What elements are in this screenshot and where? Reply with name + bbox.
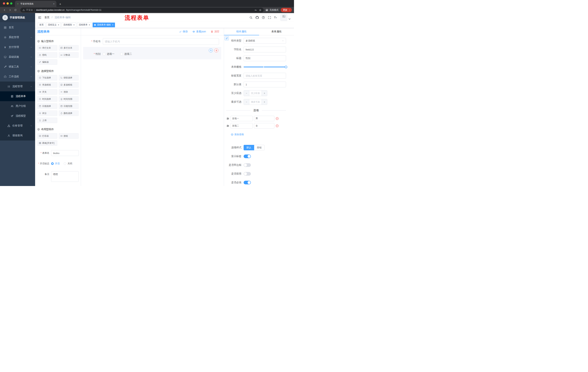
tag-process-form-edit[interactable]: 流程表单-编辑 ×: [93, 22, 115, 27]
sidebar-item-workflow[interactable]: 工作流程: [0, 72, 35, 82]
palette-component-item[interactable]: 行容器: [37, 133, 57, 139]
slider-handle[interactable]: [285, 66, 287, 68]
field-name-input[interactable]: [244, 47, 286, 53]
close-icon[interactable]: ×: [58, 24, 59, 26]
status-radio-on[interactable]: 开启: [51, 162, 60, 165]
option-value-input[interactable]: [254, 123, 274, 128]
window-minimize-button[interactable]: [7, 2, 9, 5]
required-switch[interactable]: [244, 181, 251, 184]
canvas-field-gender-selected[interactable]: 性别 选项一 选项二: [83, 47, 221, 59]
canvas-field-phone[interactable]: 手机号: [83, 38, 221, 45]
tag-home[interactable]: 首页: [38, 22, 45, 27]
default-value-input[interactable]: [244, 82, 286, 87]
palette-component-item[interactable]: 单选框组: [37, 82, 57, 87]
drag-handle-icon[interactable]: [227, 125, 229, 127]
window-zoom-button[interactable]: [10, 2, 12, 5]
palette-component-item[interactable]: 级联选择: [59, 75, 79, 80]
component-type-select[interactable]: 多选框组: [244, 38, 286, 44]
hamburger-icon[interactable]: [38, 16, 42, 19]
address-bar[interactable]: 不安全 | dashboard.yudao.iocoder.cn/bpm/man…: [20, 8, 264, 12]
option-label-input[interactable]: [231, 123, 253, 128]
breadcrumb-home[interactable]: 首页: [44, 16, 50, 19]
search-icon[interactable]: [249, 16, 252, 19]
max-select-input[interactable]: [249, 99, 262, 105]
sidebar-item-home[interactable]: 首页: [0, 22, 35, 32]
sidebar-item-process-model[interactable]: 流程模型: [0, 111, 35, 121]
save-button[interactable]: 保存: [179, 30, 188, 33]
close-icon[interactable]: ×: [89, 24, 90, 26]
tag-process-model[interactable]: 流程模型 ×: [62, 22, 76, 27]
font-size-icon[interactable]: TT: [274, 16, 277, 19]
help-icon[interactable]: [262, 16, 265, 19]
window-close-button[interactable]: [3, 2, 5, 5]
palette-component-item[interactable]: 时间选择: [37, 96, 57, 102]
gender-option-1-checkbox[interactable]: 选项一: [103, 53, 115, 56]
style-default-button[interactable]: 默认: [244, 145, 254, 150]
sidebar-item-task-mgmt[interactable]: 任务管理: [0, 121, 35, 131]
update-button[interactable]: 更新: [281, 8, 292, 12]
palette-component-item[interactable]: 时间范围: [59, 96, 79, 102]
user-avatar[interactable]: [280, 14, 291, 21]
disabled-switch[interactable]: [244, 172, 251, 176]
title-input[interactable]: [244, 55, 286, 61]
clear-button[interactable]: 清空: [211, 30, 220, 33]
palette-component-item[interactable]: 滑块: [59, 89, 79, 95]
sidebar-item-process-form[interactable]: 流程表单: [0, 91, 35, 101]
form-remark-textarea[interactable]: 嘿嘿: [51, 171, 79, 182]
phone-input[interactable]: [103, 38, 219, 45]
show-label-switch[interactable]: [244, 155, 251, 158]
min-select-input[interactable]: [249, 90, 262, 96]
style-button-button[interactable]: 按钮: [254, 145, 264, 150]
sidebar-item-system[interactable]: 系统管理: [0, 32, 35, 42]
view-json-button[interactable]: 查看json: [192, 30, 206, 33]
close-icon[interactable]: ×: [112, 24, 113, 26]
tag-process-form[interactable]: 流程表单 ×: [77, 22, 92, 27]
sidebar-item-user-group[interactable]: 用户分组: [0, 101, 35, 111]
palette-component-item[interactable]: 日期选择: [37, 103, 57, 109]
back-icon[interactable]: [2, 8, 7, 12]
palette-component-item[interactable]: 评分: [37, 110, 57, 116]
plus-button[interactable]: +: [262, 99, 267, 105]
key-icon[interactable]: [254, 9, 257, 11]
tab-component-props[interactable]: 组件属性: [224, 28, 259, 35]
new-tab-button[interactable]: +: [58, 1, 63, 7]
fullscreen-icon[interactable]: [268, 16, 271, 19]
remove-option-icon[interactable]: [276, 117, 279, 120]
gender-option-2-checkbox[interactable]: 选项二: [120, 53, 132, 56]
drag-handle-icon[interactable]: [227, 117, 229, 120]
form-canvas[interactable]: 手机号 性别 选项一 选项二: [81, 35, 224, 186]
sidebar-item-payment[interactable]: ¥ 支付管理: [0, 42, 35, 52]
more-menu-icon[interactable]: [288, 9, 291, 11]
form-grid-slider[interactable]: [244, 64, 286, 70]
palette-component-item[interactable]: 密码: [37, 52, 57, 58]
option-label-input[interactable]: [231, 116, 253, 121]
sidebar-logo[interactable]: 芋道管理系统: [0, 13, 35, 22]
minus-button[interactable]: −: [244, 99, 249, 105]
palette-component-item[interactable]: 颜色选择: [59, 110, 79, 116]
forward-icon[interactable]: [8, 8, 12, 12]
sidebar-item-leave-query[interactable]: 请假查询: [0, 131, 35, 140]
tab-close-icon[interactable]: ×: [53, 2, 55, 5]
plus-button[interactable]: +: [262, 90, 267, 96]
status-radio-off[interactable]: 关闭: [64, 162, 72, 165]
palette-component-item[interactable]: 表格[开发中]: [37, 140, 57, 146]
label-width-input[interactable]: [244, 73, 286, 79]
palette-component-item[interactable]: 下拉选择: [37, 75, 57, 80]
tab-form-props[interactable]: 表单属性: [259, 28, 294, 35]
sidebar-item-devtools[interactable]: 研发工具: [0, 62, 35, 72]
option-value-input[interactable]: [254, 116, 274, 121]
palette-component-item[interactable]: 123 计数器: [59, 52, 79, 58]
reload-icon[interactable]: [13, 8, 18, 12]
palette-component-item[interactable]: 单行文本: [37, 45, 57, 51]
github-icon[interactable]: [256, 16, 259, 19]
remove-option-icon[interactable]: [276, 124, 279, 128]
browser-tab[interactable]: 芋道管理系统 ×: [15, 1, 56, 7]
minus-button[interactable]: −: [244, 90, 249, 96]
palette-component-item[interactable]: 编辑器: [37, 59, 57, 65]
add-option-button[interactable]: 添加选项: [231, 133, 244, 136]
sidebar-item-infra[interactable]: 基础设施: [0, 52, 35, 62]
copy-component-icon[interactable]: [209, 48, 213, 53]
palette-component-item[interactable]: 日期范围: [59, 103, 79, 109]
sidebar-item-process-mgmt[interactable]: 流程管理: [0, 82, 35, 91]
palette-component-item[interactable]: 开关: [37, 89, 57, 95]
